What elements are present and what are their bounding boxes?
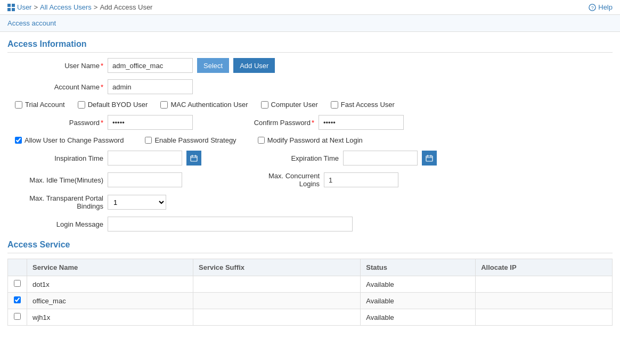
options-row: Allow User to Change Password Enable Pas… — [15, 136, 613, 144]
user-name-row: User Name* Select Add User — [7, 58, 613, 73]
top-bar: User > All Access Users > Add Access Use… — [0, 0, 620, 15]
service-name-cell: wjh1x — [27, 309, 193, 326]
service-allocate-cell — [476, 309, 613, 326]
confirm-password-label: Confirm Password* — [240, 119, 314, 127]
max-concurrent-input[interactable] — [324, 172, 398, 187]
modify-pwd-next-item: Modify Password at Next Login — [258, 136, 363, 144]
account-name-row: Account Name* — [7, 79, 613, 94]
inspiration-time-label: Inspiration Time — [7, 154, 103, 162]
row-check-cell — [8, 293, 27, 309]
breadcrumb-all-access-users[interactable]: All Access Users — [40, 3, 92, 11]
access-service-title: Access Service — [7, 240, 613, 253]
service-allocate-cell — [476, 276, 613, 293]
breadcrumb-current: Add Access User — [100, 3, 152, 11]
page-header-title: Access account — [7, 19, 56, 27]
max-idle-input[interactable] — [108, 172, 182, 187]
default-byod-checkbox[interactable] — [78, 101, 85, 109]
svg-text:?: ? — [591, 5, 594, 10]
confirm-password-input[interactable] — [319, 115, 404, 130]
row-checkbox-wjh1x[interactable] — [14, 313, 21, 320]
calendar-icon — [190, 154, 198, 162]
svg-rect-10 — [426, 156, 433, 161]
user-name-label: User Name* — [7, 62, 103, 70]
expiration-time-input[interactable] — [343, 151, 418, 166]
service-table-header-allocate: Allocate IP — [476, 259, 613, 276]
service-suffix-cell — [193, 293, 361, 309]
service-suffix-cell — [193, 309, 361, 326]
breadcrumb: User > All Access Users > Add Access Use… — [7, 3, 152, 11]
service-table-header-name: Service Name — [27, 259, 193, 276]
max-transparent-select[interactable]: 1 2 3 4 5 — [108, 195, 166, 210]
service-status-cell: Available — [361, 276, 476, 293]
computer-user-label: Computer User — [271, 101, 318, 109]
account-type-checkboxes: Trial Account Default BYOD User MAC Auth… — [15, 101, 613, 109]
allow-change-pwd-item: Allow User to Change Password — [15, 136, 124, 144]
table-row: office_mac Available — [8, 293, 613, 309]
svg-rect-1 — [12, 4, 15, 7]
select-button[interactable]: Select — [197, 58, 229, 73]
service-table-header-suffix: Service Suffix — [193, 259, 361, 276]
expiration-time-label: Expiration Time — [270, 154, 339, 162]
svg-rect-0 — [7, 4, 11, 7]
login-message-row: Login Message — [7, 217, 613, 231]
service-name-cell: office_mac — [27, 293, 193, 309]
calendar-icon-2 — [426, 154, 433, 162]
enable-pwd-strategy-checkbox[interactable] — [145, 137, 152, 144]
max-transparent-label: Max. Transparent Portal Bindings — [7, 194, 103, 210]
expiration-time-section: Expiration Time — [270, 151, 437, 166]
trial-account-checkbox[interactable] — [15, 101, 22, 109]
max-idle-label: Max. Idle Time(Minutes) — [7, 176, 103, 184]
user-name-input[interactable] — [108, 58, 193, 73]
password-row: Password* Confirm Password* — [7, 115, 613, 130]
page-header: Access account — [0, 15, 620, 32]
default-byod-checkbox-item: Default BYOD User — [78, 101, 148, 109]
mac-auth-checkbox[interactable] — [160, 101, 168, 109]
service-status-cell: Available — [361, 309, 476, 326]
computer-user-checkbox[interactable] — [261, 101, 268, 109]
fast-access-checkbox-item: Fast Access User — [331, 101, 395, 109]
fast-access-checkbox[interactable] — [331, 101, 338, 109]
max-concurrent-section: Max. Concurrent Logins — [250, 172, 398, 188]
allow-change-pwd-checkbox[interactable] — [15, 137, 22, 144]
password-section: Password* — [7, 115, 193, 130]
help-icon: ? — [589, 4, 596, 11]
password-label: Password* — [7, 119, 103, 127]
add-user-button[interactable]: Add User — [233, 58, 275, 73]
password-input[interactable] — [108, 115, 193, 130]
row-checkbox-dot1x[interactable] — [14, 280, 21, 287]
svg-rect-6 — [191, 156, 197, 161]
trial-account-checkbox-item: Trial Account — [15, 101, 65, 109]
login-message-input[interactable] — [108, 217, 353, 231]
max-transparent-row: Max. Transparent Portal Bindings 1 2 3 4… — [7, 194, 613, 210]
row-check-cell — [8, 309, 27, 326]
service-table-header-status: Status — [361, 259, 476, 276]
mac-auth-checkbox-item: MAC Authentication User — [160, 101, 248, 109]
modify-pwd-next-checkbox[interactable] — [258, 137, 265, 144]
enable-pwd-strategy-item: Enable Password Strategy — [145, 136, 236, 144]
expiration-calendar-button[interactable] — [422, 151, 437, 166]
access-service-section: Access Service Service Name Service Suff… — [7, 240, 613, 326]
inspiration-time-input[interactable] — [108, 151, 182, 166]
svg-rect-3 — [12, 8, 15, 11]
grid-icon — [7, 4, 15, 11]
help-link[interactable]: ? Help — [589, 3, 613, 11]
allow-change-pwd-label: Allow User to Change Password — [25, 136, 124, 144]
row-check-cell — [8, 276, 27, 293]
service-allocate-cell — [476, 293, 613, 309]
table-row: dot1x Available — [8, 276, 613, 293]
modify-pwd-next-label: Modify Password at Next Login — [267, 136, 363, 144]
breadcrumb-sep1: > — [34, 3, 38, 11]
inspiration-calendar-button[interactable] — [186, 151, 201, 166]
service-suffix-cell — [193, 276, 361, 293]
account-name-input[interactable] — [108, 79, 193, 94]
service-name-cell: dot1x — [27, 276, 193, 293]
help-label: Help — [598, 3, 613, 11]
max-row: Max. Idle Time(Minutes) Max. Concurrent … — [7, 172, 613, 188]
breadcrumb-user[interactable]: User — [17, 3, 31, 11]
trial-account-label: Trial Account — [25, 101, 65, 109]
row-checkbox-office-mac[interactable] — [14, 296, 21, 303]
service-table-header-check — [8, 259, 27, 276]
mac-auth-label: MAC Authentication User — [170, 101, 248, 109]
enable-pwd-strategy-label: Enable Password Strategy — [154, 136, 236, 144]
default-byod-label: Default BYOD User — [88, 101, 148, 109]
